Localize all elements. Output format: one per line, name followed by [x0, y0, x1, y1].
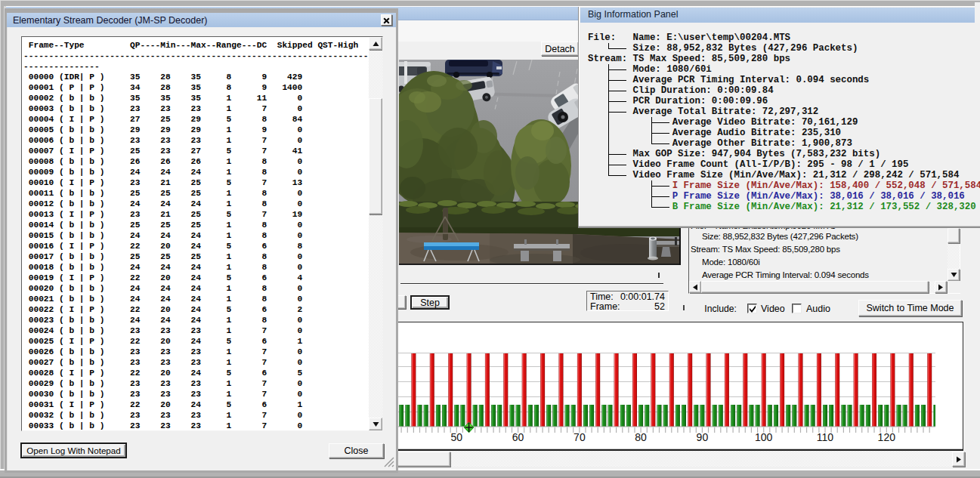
svg-text:80: 80 — [635, 431, 647, 443]
svg-text:60: 60 — [512, 431, 524, 443]
svg-text:110: 110 — [817, 431, 834, 443]
svg-text:70: 70 — [573, 431, 586, 443]
svg-text:90: 90 — [697, 431, 709, 443]
svg-text:120: 120 — [878, 431, 896, 443]
svg-text:100: 100 — [755, 431, 773, 443]
svg-text:50: 50 — [451, 431, 463, 443]
